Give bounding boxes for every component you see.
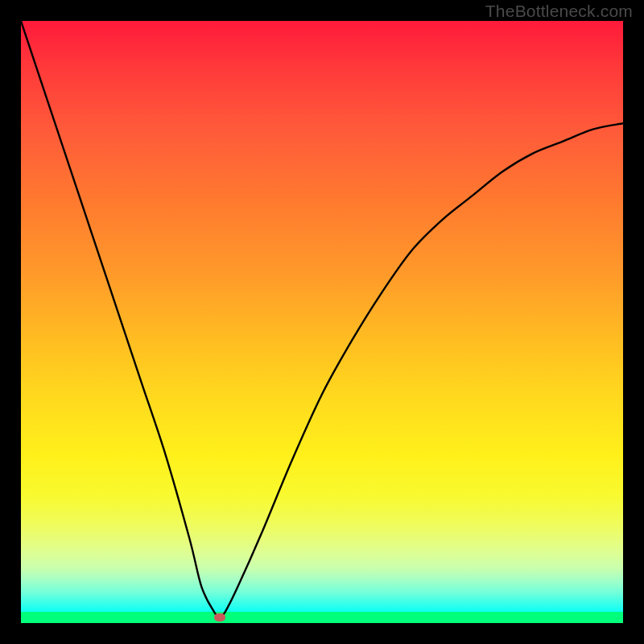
watermark-text: TheBottleneck.com: [485, 2, 633, 21]
chart-curve-svg: [21, 21, 623, 623]
bottleneck-curve: [21, 21, 623, 617]
chart-marker: [214, 613, 225, 621]
chart-plot-area: [21, 21, 623, 623]
